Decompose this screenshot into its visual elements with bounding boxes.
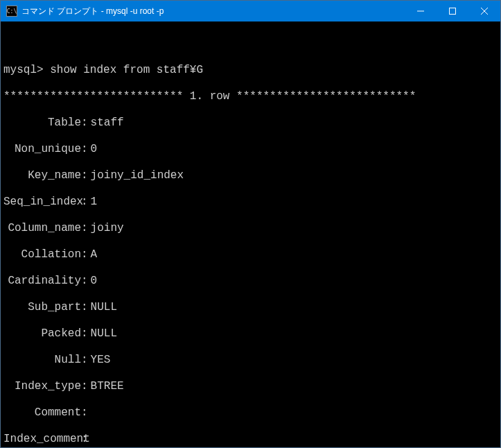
prompt-text: mysql>	[3, 64, 44, 76]
field-value: 0	[91, 275, 98, 288]
blank-line	[3, 37, 498, 51]
field-label: Column_name	[3, 222, 81, 235]
field-label: Index_comment	[3, 433, 81, 446]
field-label: Packed	[3, 327, 81, 341]
kv-row: Cardinality:0	[3, 275, 498, 288]
kv-row: Key_name:joiny_id_index	[3, 169, 498, 182]
field-value: staff	[91, 117, 124, 130]
field-label: Non_unique	[3, 143, 81, 156]
field-value: 0	[91, 143, 98, 156]
command-text: show index from staff¥G	[50, 64, 203, 76]
kv-row: Null:YES	[3, 354, 498, 367]
svg-rect-1	[450, 8, 456, 15]
field-value: A	[91, 248, 98, 261]
row-separator-1: *************************** 1. row *****…	[3, 90, 498, 103]
kv-row: Column_name:joiny	[3, 222, 498, 235]
close-icon	[481, 8, 488, 15]
minimize-button[interactable]	[405, 1, 437, 21]
field-label: Collation	[3, 248, 81, 261]
field-label: Comment	[3, 406, 81, 420]
maximize-icon	[449, 8, 456, 15]
command-line: mysql> show index from staff¥G	[3, 64, 498, 77]
cmd-icon: C:\	[6, 6, 17, 17]
field-label: Cardinality	[3, 275, 81, 288]
field-value: NULL	[91, 301, 117, 314]
field-value: joiny_id_index	[91, 169, 184, 182]
maximize-button[interactable]	[437, 1, 468, 21]
field-label: Seq_in_index	[3, 196, 81, 209]
field-label: Table	[3, 117, 81, 130]
field-value: joiny	[91, 222, 124, 235]
kv-row: Table:staff	[3, 117, 498, 130]
field-label: Null	[3, 354, 81, 367]
field-value: BTREE	[91, 380, 124, 393]
kv-row: Index_type:BTREE	[3, 380, 498, 393]
field-label: Key_name	[3, 169, 81, 182]
field-value: NULL	[91, 327, 117, 341]
window-title: コマンド プロンプト - mysql -u root -p	[21, 6, 405, 17]
kv-row: Index_comment:	[3, 433, 498, 446]
field-value: YES	[91, 354, 111, 367]
window-titlebar: C:\ コマンド プロンプト - mysql -u root -p	[1, 1, 500, 21]
terminal-output[interactable]: mysql> show index from staff¥G *********…	[1, 21, 500, 447]
field-label: Index_type	[3, 380, 81, 393]
kv-row: Comment:	[3, 406, 498, 420]
kv-row: Packed:NULL	[3, 327, 498, 341]
kv-row: Non_unique:0	[3, 143, 498, 156]
field-value: 1	[91, 196, 98, 209]
kv-row: Seq_in_index:1	[3, 196, 498, 209]
minimize-icon	[417, 8, 424, 15]
field-label: Sub_part	[3, 301, 81, 314]
kv-row: Collation:A	[3, 248, 498, 261]
close-button[interactable]	[468, 1, 500, 21]
kv-row: Sub_part:NULL	[3, 301, 498, 314]
